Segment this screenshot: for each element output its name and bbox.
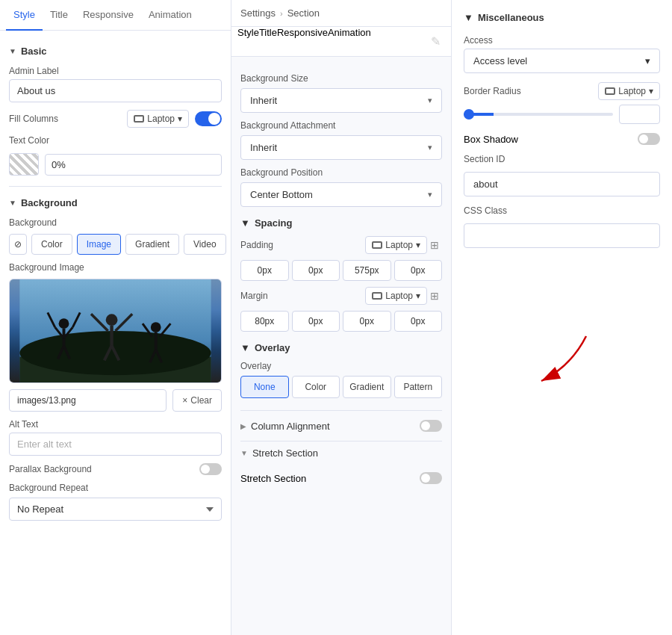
section-id-input[interactable] [464, 172, 660, 196]
overlay-collapse-icon: ▼ [240, 342, 250, 353]
margin-label: Margin [240, 291, 285, 301]
spacing-header[interactable]: ▼ Spacing [240, 217, 442, 229]
bg-size-dropdown[interactable]: Inherit ▾ [240, 88, 442, 113]
padding-row: Padding Laptop ▾ ⊞ [240, 236, 442, 254]
padding-link-icon[interactable]: ⊞ [430, 239, 442, 251]
bg-repeat-select-wrapper: No Repeat Repeat Repeat X Repeat Y [9, 498, 222, 521]
people-scene-svg [10, 279, 221, 382]
column-alignment-row[interactable]: ▶ Column Alignment [240, 410, 442, 441]
tab-animation-middle[interactable]: Animation [328, 27, 371, 56]
padding-left[interactable] [394, 260, 443, 281]
access-dropdown[interactable]: Access level ▾ [464, 49, 660, 73]
box-shadow-row: Box Shadow [464, 133, 660, 145]
text-color-swatch[interactable] [9, 153, 39, 176]
fill-columns-toggle[interactable] [195, 111, 222, 126]
padding-device-select[interactable]: Laptop ▾ [365, 236, 427, 254]
border-radius-row: Border Radius Laptop ▾ [464, 82, 660, 100]
image-file-row: images/13.png × Clear [9, 389, 222, 412]
bg-size-chevron: ▾ [428, 96, 432, 105]
admin-label-input[interactable] [9, 79, 222, 102]
left-panel: Style Title Responsive Animation ▼ Basic… [0, 0, 231, 635]
svg-point-17 [151, 322, 161, 332]
bg-none-btn[interactable]: ⊘ [9, 234, 27, 255]
stretch-section-header-row[interactable]: ▼ Stretch Section [240, 447, 442, 468]
monitor-icon [134, 115, 144, 123]
bg-image-preview[interactable] [9, 279, 222, 383]
text-color-label: Text Color [9, 135, 222, 146]
access-chevron: ▾ [645, 55, 650, 66]
alt-text-input[interactable] [9, 433, 222, 456]
padding-right[interactable] [292, 260, 340, 281]
border-radius-device-select[interactable]: Laptop ▾ [598, 82, 660, 100]
bg-attachment-chevron: ▾ [428, 143, 432, 152]
overlay-gradient-btn[interactable]: Gradient [343, 376, 391, 398]
column-alignment-toggle[interactable] [420, 420, 442, 432]
tab-responsive-middle[interactable]: Responsive [277, 27, 328, 56]
bg-image-btn[interactable]: Image [77, 234, 121, 255]
tab-title-middle[interactable]: Title [259, 27, 277, 56]
bg-video-btn[interactable]: Video [184, 234, 225, 255]
bg-position-label: Background Position [240, 167, 442, 178]
bg-attachment-dropdown[interactable]: Inherit ▾ [240, 135, 442, 160]
stretch-section-label: Stretch Section [252, 447, 318, 459]
margin-bottom[interactable] [343, 311, 391, 332]
padding-device: Laptop [385, 240, 413, 250]
border-radius-slider[interactable] [464, 113, 613, 116]
bg-image-placeholder [10, 279, 221, 382]
edit-corner-icon: ✎ [426, 27, 445, 56]
bg-position-chevron: ▾ [428, 190, 432, 199]
ban-icon: ⊘ [14, 239, 22, 250]
border-radius-value-input[interactable] [619, 105, 660, 124]
bg-repeat-select[interactable]: No Repeat Repeat Repeat X Repeat Y [9, 498, 222, 521]
clear-button[interactable]: × Clear [172, 389, 222, 412]
border-radius-chevron: ▾ [649, 86, 653, 96]
svg-point-3 [59, 318, 69, 329]
text-color-row [9, 153, 222, 176]
bg-image-label: Background Image [9, 262, 222, 273]
overlay-buttons: None Color Gradient Pattern [240, 376, 442, 398]
parallax-toggle[interactable] [199, 463, 222, 475]
tab-responsive-left[interactable]: Responsive [75, 0, 141, 31]
margin-top[interactable] [240, 311, 289, 332]
overlay-header[interactable]: ▼ Overlay [240, 342, 442, 353]
tab-style-left[interactable]: Style [6, 0, 43, 31]
column-alignment-label-group: ▶ Column Alignment [240, 421, 330, 432]
tab-title-left[interactable]: Title [43, 0, 75, 31]
overlay-pattern-btn[interactable]: Pattern [394, 376, 443, 398]
background-section-header[interactable]: ▼ Background [9, 197, 222, 208]
overlay-field-label: Overlay [240, 361, 442, 371]
section-id-label: Section ID [464, 154, 660, 164]
bg-attachment-value: Inherit [250, 142, 277, 153]
parallax-label: Parallax Background [9, 464, 92, 474]
access-label: Access [464, 35, 660, 46]
tab-animation-left[interactable]: Animation [141, 0, 199, 31]
settings-breadcrumb: Settings › Section [231, 0, 451, 27]
bg-gradient-btn[interactable]: Gradient [125, 234, 179, 255]
margin-right[interactable] [292, 311, 340, 332]
clear-label: Clear [190, 395, 212, 406]
opacity-input[interactable] [45, 154, 222, 176]
margin-device-select[interactable]: Laptop ▾ [365, 287, 427, 305]
tab-style-middle[interactable]: Style [237, 27, 259, 56]
box-shadow-toggle[interactable] [638, 133, 660, 145]
padding-bottom[interactable] [343, 260, 391, 281]
margin-link-icon[interactable]: ⊞ [430, 290, 442, 302]
stretch-section-toggle[interactable] [420, 472, 442, 484]
misc-label: Miscellaneous [478, 12, 544, 23]
border-radius-device: Laptop [618, 86, 646, 96]
margin-left[interactable] [394, 311, 443, 332]
padding-monitor-icon [372, 241, 382, 249]
bg-position-dropdown[interactable]: Center Bottom ▾ [240, 182, 442, 207]
overlay-color-btn[interactable]: Color [292, 376, 340, 398]
padding-top[interactable] [240, 260, 289, 281]
overlay-none-btn[interactable]: None [240, 376, 289, 398]
basic-section-header[interactable]: ▼ Basic [9, 46, 222, 57]
admin-label-label: Admin Label [9, 66, 222, 76]
misc-header: ▼ Miscellaneous [464, 12, 660, 23]
margin-row: Margin Laptop ▾ ⊞ [240, 287, 442, 305]
border-radius-label: Border Radius [464, 86, 521, 96]
css-class-input[interactable] [464, 223, 660, 248]
fill-columns-device: Laptop [147, 114, 175, 124]
fill-columns-device-select[interactable]: Laptop ▾ [127, 110, 189, 128]
bg-color-btn[interactable]: Color [31, 234, 72, 255]
